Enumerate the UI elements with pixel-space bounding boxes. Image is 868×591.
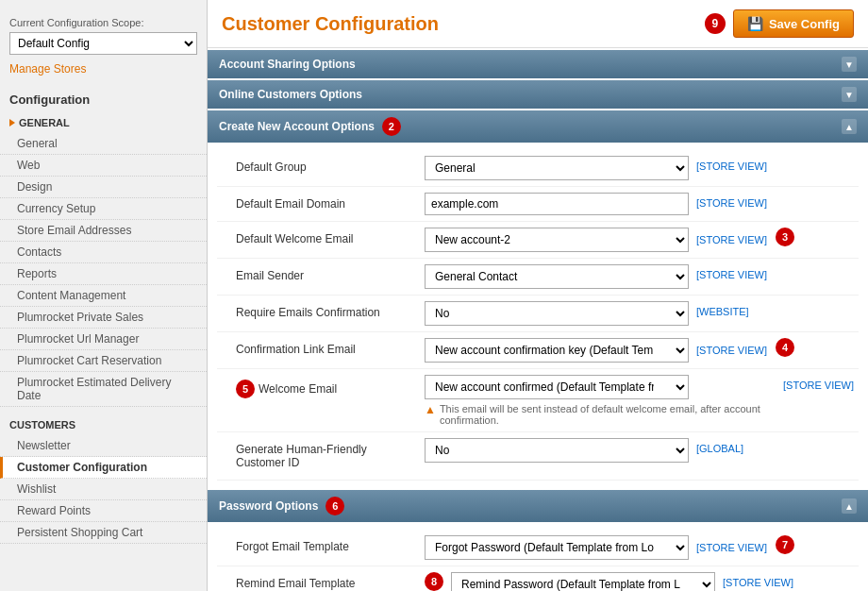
sidebar-item-web[interactable]: Web: [0, 155, 207, 177]
manage-stores-link-wrap: Manage Stores: [0, 59, 207, 85]
password-options-header-content: Password Options 6: [219, 497, 344, 515]
section-online-customers[interactable]: Online Customers Options ▼: [208, 80, 868, 109]
sidebar-item-contacts[interactable]: Contacts: [0, 242, 207, 263]
forgot-email-template-control: Forgot Password (Default Template from L…: [425, 535, 859, 560]
welcome-email-label-wrap: 5 Welcome Email: [236, 380, 415, 398]
remind-email-template-label: Remind Email Template: [217, 572, 425, 591]
account-sharing-label: Account Sharing Options: [219, 58, 356, 71]
field-confirmation-link-email: Confirmation Link Email New account conf…: [217, 332, 859, 369]
welcome-email-note: ▲ This email will be sent instead of def…: [425, 403, 776, 426]
default-group-label: Default Group: [217, 156, 425, 178]
sidebar-item-currency-setup[interactable]: Currency Setup: [0, 198, 207, 220]
scope-selector: Current Configuration Scope: Default Con…: [0, 9, 207, 59]
save-icon: 💾: [747, 16, 763, 31]
customers-section-label: CUSTOMERS: [9, 419, 75, 431]
default-email-domain-label: Default Email Domain: [217, 193, 425, 215]
sidebar-item-reward-points[interactable]: Reward Points: [0, 500, 207, 522]
field-forgot-email-template: Forgot Email Template Forgot Password (D…: [217, 530, 859, 566]
sidebar-item-plumrocket-cart-reservation[interactable]: Plumrocket Cart Reservation: [0, 350, 207, 372]
badge-6: 6: [326, 497, 344, 515]
sidebar-item-plumrocket-url-manager[interactable]: Plumrocket Url Manager: [0, 329, 207, 350]
remind-email-template-scope: [STORE VIEW]: [723, 572, 798, 588]
welcome-email-control: New account confirmed (Default Template …: [425, 375, 859, 426]
remind-email-template-select[interactable]: Remind Password (Default Template from L…: [451, 572, 715, 591]
field-default-welcome-email: Default Welcome Email New account-2 [STO…: [217, 222, 859, 259]
badge-9: 9: [705, 13, 726, 34]
generate-human-friendly-control: No Yes [GLOBAL]: [425, 438, 859, 463]
forgot-email-template-right: [STORE VIEW] 7: [696, 535, 794, 554]
require-emails-scope: [WEBSITE]: [696, 301, 772, 317]
section-account-sharing[interactable]: Account Sharing Options ▼: [208, 50, 868, 78]
badge-3: 3: [776, 228, 794, 246]
confirmation-link-email-label: Confirmation Link Email: [217, 338, 425, 361]
field-require-emails: Require Emails Confirmation No Yes [WEBS…: [217, 296, 859, 332]
sidebar-item-store-email[interactable]: Store Email Addresses: [0, 220, 207, 242]
field-generate-human-friendly: Generate Human-Friendly Customer ID No Y…: [217, 432, 859, 481]
badge-5: 5: [236, 380, 255, 398]
sidebar-item-persistent-shopping[interactable]: Persistent Shopping Cart: [0, 522, 207, 544]
sidebar-item-wishlist[interactable]: Wishlist: [0, 479, 207, 500]
default-email-domain-scope: [STORE VIEW]: [696, 193, 772, 209]
default-email-domain-input[interactable]: [425, 193, 689, 215]
field-default-group: Default Group General [STORE VIEW]: [217, 150, 859, 187]
welcome-email-note-text: This email will be sent instead of defau…: [440, 403, 776, 426]
generate-human-friendly-label: Generate Human-Friendly Customer ID: [217, 438, 425, 474]
default-group-select[interactable]: General: [425, 156, 689, 180]
field-welcome-email: 5 Welcome Email New account confirmed (D…: [217, 369, 859, 432]
field-remind-email-template: Remind Email Template 8 Remind Password …: [217, 566, 859, 591]
welcome-email-scope: [STORE VIEW]: [783, 375, 859, 391]
config-title: Configuration: [0, 85, 207, 112]
badge-4: 4: [776, 338, 794, 357]
manage-stores-link[interactable]: Manage Stores: [9, 62, 86, 76]
create-account-form: Default Group General [STORE VIEW] Defau…: [208, 143, 868, 488]
collapse-account-sharing-icon: ▼: [842, 57, 857, 72]
default-group-control: General [STORE VIEW]: [425, 156, 859, 180]
remind-email-template-control: 8 Remind Password (Default Template from…: [425, 572, 859, 591]
confirmation-link-email-select[interactable]: New account confirmation key (Default Te…: [425, 338, 689, 363]
sidebar-item-content-mgmt[interactable]: Content Management: [0, 285, 207, 307]
default-email-domain-control: [STORE VIEW]: [425, 193, 859, 215]
section-create-account[interactable]: Create New Account Options 2 ▲: [208, 110, 868, 143]
collapse-online-customers-icon: ▼: [842, 87, 857, 102]
sidebar-item-plumrocket-estimated-delivery[interactable]: Plumrocket Estimated Delivery Date: [0, 372, 207, 407]
online-customers-label: Online Customers Options: [219, 88, 362, 101]
create-account-header-content: Create New Account Options 2: [219, 117, 401, 136]
sidebar-item-reports[interactable]: Reports: [0, 263, 207, 285]
general-arrow-icon: [9, 119, 15, 127]
general-items: General Web Design Currency Setup Store …: [0, 133, 207, 407]
scope-label: Current Configuration Scope:: [9, 17, 197, 28]
customers-items: Newsletter Customer Configuration Wishli…: [0, 435, 207, 544]
default-welcome-email-label: Default Welcome Email: [217, 228, 425, 250]
welcome-email-select[interactable]: New account confirmed (Default Template …: [425, 375, 689, 399]
scope-select[interactable]: Default Config: [9, 32, 197, 55]
sidebar-item-customer-config[interactable]: Customer Configuration: [0, 457, 207, 479]
field-email-sender: Email Sender General Contact [STORE VIEW…: [217, 259, 859, 296]
general-section-label: GENERAL: [19, 117, 70, 128]
confirmation-link-email-scope: [STORE VIEW]: [696, 340, 772, 356]
page-title: Customer Configuration: [222, 13, 439, 35]
confirmation-link-email-control: New account confirmation key (Default Te…: [425, 338, 859, 363]
default-welcome-email-select[interactable]: New account-2: [425, 228, 689, 252]
sidebar-item-general[interactable]: General: [0, 133, 207, 155]
default-group-scope: [STORE VIEW]: [696, 156, 772, 172]
default-welcome-email-scope: [STORE VIEW]: [696, 229, 772, 245]
forgot-email-template-select[interactable]: Forgot Password (Default Template from L…: [425, 535, 689, 560]
generate-human-friendly-select[interactable]: No Yes: [425, 438, 689, 463]
email-sender-control: General Contact [STORE VIEW]: [425, 264, 859, 289]
sidebar-section-customers[interactable]: CUSTOMERS: [0, 414, 207, 435]
require-emails-select[interactable]: No Yes: [425, 301, 689, 326]
sidebar-section-general[interactable]: GENERAL: [0, 112, 207, 133]
email-sender-select[interactable]: General Contact: [425, 264, 689, 289]
sidebar-item-plumrocket-private-sales[interactable]: Plumrocket Private Sales: [0, 307, 207, 329]
sidebar: Current Configuration Scope: Default Con…: [0, 0, 208, 591]
save-config-button[interactable]: 💾 Save Config: [733, 9, 854, 38]
badge-8: 8: [425, 572, 443, 591]
email-sender-label: Email Sender: [217, 264, 425, 287]
require-emails-label: Require Emails Confirmation: [217, 301, 425, 324]
main-content: Customer Configuration 9 💾 Save Config A…: [208, 0, 868, 591]
forgot-email-template-scope: [STORE VIEW]: [696, 537, 772, 553]
section-password-options[interactable]: Password Options 6 ▲: [208, 490, 868, 522]
sidebar-item-design[interactable]: Design: [0, 177, 207, 198]
sidebar-item-newsletter[interactable]: Newsletter: [0, 435, 207, 457]
collapse-password-options-icon: ▲: [842, 498, 857, 514]
